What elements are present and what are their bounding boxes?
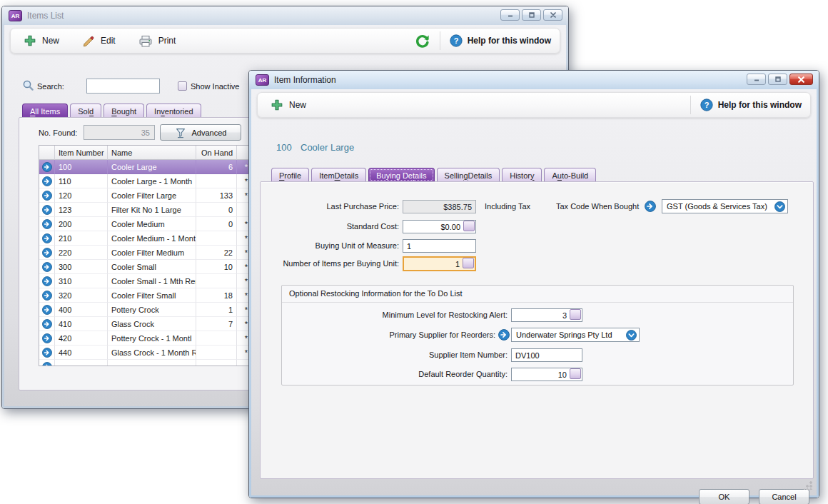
- tax-code-dropdown[interactable]: GST (Goods & Services Tax): [662, 199, 788, 213]
- resize-grip[interactable]: [804, 481, 812, 490]
- tab-buying-details[interactable]: Buying Details: [368, 168, 434, 182]
- tab-selling-details[interactable]: Selling Details: [437, 168, 500, 182]
- table-row[interactable]: 310Cooler Small - 1 Mth Rer*: [39, 274, 256, 288]
- table-row[interactable]: 200Cooler Medium0*: [39, 217, 256, 231]
- row-arrow-icon[interactable]: [42, 362, 52, 367]
- header-on-hand[interactable]: On Hand: [196, 146, 237, 160]
- tax-code-detail-arrow-icon[interactable]: [645, 201, 656, 212]
- dropdown-circle-icon[interactable]: [626, 330, 637, 341]
- help-button[interactable]: ? Help for this window: [450, 34, 551, 47]
- edit-button[interactable]: Edit: [82, 34, 116, 47]
- table-row[interactable]: 210Cooler Medium - 1 Mont*: [39, 231, 256, 246]
- dropdown-circle-icon[interactable]: [774, 201, 785, 212]
- row-arrow-icon[interactable]: [42, 305, 52, 315]
- search-input[interactable]: [86, 79, 160, 94]
- table-row[interactable]: 400Pottery Crock1*: [39, 303, 256, 317]
- minimum-level-dropdown-button[interactable]: [570, 309, 581, 320]
- primary-supplier-dropdown[interactable]: Underwater Springs Pty Ltd: [511, 328, 640, 342]
- table-row[interactable]: 420Pottery Crock - 1 Montl*: [39, 331, 256, 346]
- row-arrow-icon[interactable]: [42, 162, 52, 172]
- tab-bought[interactable]: Bought: [104, 104, 144, 118]
- tab-all-items[interactable]: All Items: [22, 104, 68, 118]
- item-information-titlebar[interactable]: AR Item Information: [249, 71, 819, 89]
- close-button[interactable]: [789, 74, 813, 85]
- standard-cost-dropdown-button[interactable]: [463, 221, 475, 231]
- close-button[interactable]: [543, 9, 562, 21]
- cell: Cooler Filter Large: [108, 188, 196, 203]
- row-arrow-cell[interactable]: [39, 260, 55, 274]
- header-arrow-column: [39, 146, 55, 160]
- row-arrow-icon[interactable]: [42, 191, 52, 201]
- print-button[interactable]: Print: [138, 34, 176, 48]
- row-arrow-icon[interactable]: [42, 219, 52, 229]
- row-arrow-cell[interactable]: [39, 160, 55, 174]
- table-row[interactable]: 123Filter Kit No 1 Large0: [39, 203, 256, 217]
- table-row[interactable]: 220Cooler Filter Medium22*: [39, 246, 256, 260]
- row-arrow-icon[interactable]: [42, 262, 52, 272]
- tab-sold[interactable]: Sold: [70, 104, 101, 118]
- help-button[interactable]: ? Help for this window: [700, 99, 802, 111]
- row-arrow-icon[interactable]: [42, 291, 52, 301]
- primary-supplier-detail-arrow-icon[interactable]: [498, 329, 510, 341]
- items-per-buying-unit-dropdown-button[interactable]: [463, 258, 474, 268]
- row-arrow-cell[interactable]: [39, 303, 55, 317]
- items-list-window-title: Items List: [27, 11, 64, 21]
- table-row[interactable]: [39, 360, 256, 366]
- maximize-button[interactable]: [768, 74, 787, 85]
- header-name[interactable]: Name: [108, 146, 196, 160]
- new-button[interactable]: New: [24, 34, 59, 47]
- row-arrow-cell[interactable]: [39, 246, 55, 260]
- row-arrow-cell[interactable]: [39, 288, 55, 303]
- minimize-button[interactable]: [500, 9, 520, 21]
- items-table: Item Number Name On Hand 100Cooler Large…: [39, 145, 256, 366]
- row-arrow-cell[interactable]: [39, 231, 55, 246]
- table-row[interactable]: 440Glass Crock - 1 Month R*: [39, 346, 256, 360]
- cancel-button[interactable]: Cancel: [759, 489, 809, 504]
- row-arrow-cell[interactable]: [39, 174, 55, 188]
- row-arrow-cell[interactable]: [39, 188, 55, 203]
- buying-unit-of-measure-field[interactable]: [403, 239, 476, 253]
- row-arrow-cell[interactable]: [39, 346, 55, 360]
- maximize-button[interactable]: [522, 9, 541, 21]
- cell: 440: [55, 346, 108, 360]
- row-arrow-icon[interactable]: [42, 176, 52, 186]
- new-button-label: New: [289, 100, 306, 110]
- table-row[interactable]: 320Cooler Filter Small18*: [39, 288, 256, 303]
- advanced-button[interactable]: Advanced: [160, 124, 241, 141]
- table-row[interactable]: 120Cooler Filter Large133*: [39, 188, 256, 203]
- row-arrow-cell[interactable]: [39, 317, 55, 331]
- row-arrow-icon[interactable]: [42, 348, 52, 358]
- row-arrow-icon[interactable]: [42, 248, 52, 258]
- row-arrow-icon[interactable]: [42, 319, 52, 329]
- supplier-item-number-field[interactable]: [511, 348, 582, 362]
- minimize-button[interactable]: [747, 74, 766, 85]
- table-row[interactable]: 110Cooler Large - 1 Month*: [39, 174, 256, 188]
- table-row[interactable]: 100Cooler Large6*: [39, 160, 256, 174]
- no-found-value[interactable]: [84, 125, 155, 140]
- tab-item-details[interactable]: Item Details: [311, 168, 366, 182]
- row-arrow-icon[interactable]: [42, 333, 52, 343]
- row-arrow-cell[interactable]: [39, 360, 55, 366]
- row-arrow-cell[interactable]: [39, 331, 55, 346]
- refresh-button[interactable]: [415, 33, 430, 49]
- row-arrow-cell[interactable]: [39, 203, 55, 217]
- new-button[interactable]: New: [271, 99, 306, 111]
- row-arrow-icon[interactable]: [42, 233, 52, 243]
- default-reorder-quantity-dropdown-button[interactable]: [570, 368, 581, 379]
- row-arrow-cell[interactable]: [39, 217, 55, 231]
- tab-history[interactable]: History: [502, 168, 542, 182]
- header-item-number[interactable]: Item Number: [55, 146, 108, 160]
- show-inactive-checkbox[interactable]: [178, 81, 187, 91]
- last-purchase-price-field[interactable]: [403, 200, 476, 213]
- tab-inventoried[interactable]: Inventoried: [146, 104, 201, 118]
- ok-button[interactable]: OK: [699, 489, 749, 504]
- table-row[interactable]: 410Glass Crock7*: [39, 317, 256, 331]
- row-arrow-icon[interactable]: [42, 205, 52, 215]
- row-arrow-cell[interactable]: [39, 274, 55, 288]
- tab-profile[interactable]: Profile: [271, 168, 309, 182]
- items-list-titlebar[interactable]: AR Items List: [2, 6, 568, 25]
- row-arrow-icon[interactable]: [42, 276, 52, 286]
- tab-auto-build[interactable]: Auto-Build: [544, 168, 596, 182]
- table-row[interactable]: 300Cooler Small10*: [39, 260, 256, 274]
- cell: [55, 360, 108, 366]
